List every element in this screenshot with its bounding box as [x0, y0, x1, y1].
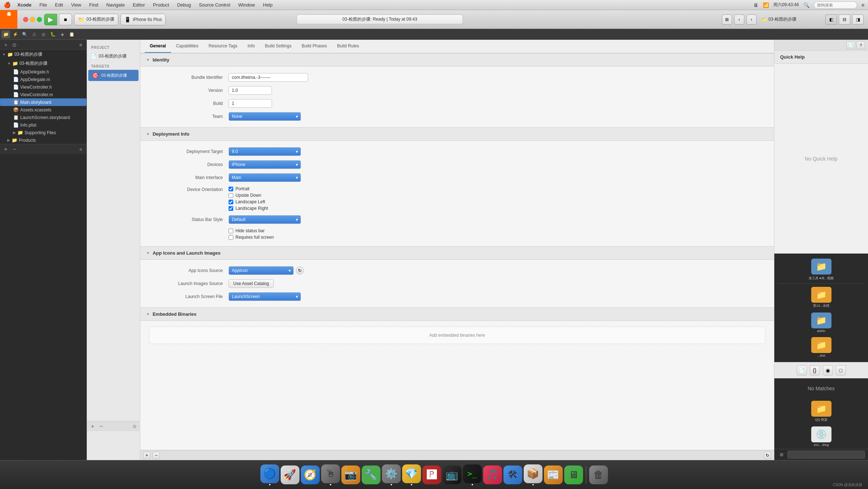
identity-section-header[interactable]: ▼ Identity: [140, 53, 774, 67]
dock-item-dev4[interactable]: 🖥: [564, 465, 583, 484]
dock-item-terminal[interactable]: >_: [463, 464, 482, 485]
nav-tab-test[interactable]: ◎: [39, 30, 48, 38]
debug-toggle[interactable]: ⊟: [839, 14, 850, 25]
landscape-left-checkbox-label[interactable]: Landscape Left: [229, 199, 268, 204]
minimize-button[interactable]: [30, 17, 35, 22]
forward-btn[interactable]: ›: [746, 14, 757, 25]
nav-tab-log[interactable]: 📋: [67, 30, 76, 38]
sidebar-filter-btn[interactable]: ≡: [77, 41, 84, 48]
sidebar-item-main-storyboard[interactable]: 📋 Main.storyboard: [0, 98, 86, 106]
requires-full-screen-label[interactable]: Requires full screen: [229, 235, 274, 240]
hide-status-bar-checkbox[interactable]: [229, 229, 233, 233]
tab-build-rules[interactable]: Build Rules: [332, 40, 364, 53]
sidebar-item-viewcontroller-m[interactable]: 📄 ViewController.m: [0, 91, 86, 98]
dock-item-mouse[interactable]: 🖱: [321, 464, 340, 485]
app-icons-dropdown[interactable]: AppIcon: [229, 266, 294, 275]
tab-info[interactable]: Info: [243, 40, 260, 53]
add-file-btn[interactable]: +: [2, 146, 9, 153]
inspector-bottom-file-icon[interactable]: 📄: [797, 365, 807, 375]
delete-target-btn[interactable]: −: [98, 423, 105, 430]
desktop-item-5[interactable]: 📁 QQ 框架: [774, 399, 868, 424]
dock-item-finder[interactable]: 🔵: [260, 464, 279, 485]
inspector-bottom-circle-icon[interactable]: ◉: [823, 365, 833, 375]
embedded-section-header[interactable]: ▼ Embedded Binaries: [140, 307, 774, 321]
sidebar-item-project-root[interactable]: ▼ 📁 03-检图的步骤: [0, 50, 86, 59]
dock-item-photo[interactable]: 📷: [341, 465, 360, 484]
requires-full-screen-checkbox[interactable]: [229, 235, 233, 240]
sidebar-item-viewcontroller-h[interactable]: 📄 ViewController.h: [0, 83, 86, 91]
desktop-item-xco[interactable]: 💿 xco....dmg: [774, 424, 868, 449]
inspector-list-view-btn[interactable]: ⊞: [777, 451, 786, 459]
nav-tab-find[interactable]: 🔍: [20, 30, 29, 38]
add-target-btn[interactable]: +: [89, 423, 96, 430]
dock-item-settings[interactable]: ⚙️: [382, 464, 401, 485]
device-selector[interactable]: 📱 iPhone 6s Plus: [120, 14, 166, 25]
project-target-item[interactable]: 📄 03-检图的步骤: [87, 51, 140, 61]
landscape-right-checkbox[interactable]: [229, 206, 233, 211]
close-button[interactable]: [23, 17, 28, 22]
desktop-item-1[interactable]: 📁 发工具 ●未...视频: [777, 256, 865, 284]
status-bar-dropdown[interactable]: Default: [229, 215, 301, 224]
sidebar-item-supporting-files[interactable]: ▶ 📁 Supporting Files: [0, 129, 86, 136]
deployment-section-header[interactable]: ▼ Deployment Info: [140, 127, 774, 141]
deployment-target-dropdown[interactable]: 9.0: [229, 147, 301, 156]
portrait-checkbox-label[interactable]: Portrait: [229, 186, 268, 191]
control-center-icon[interactable]: ≡: [861, 2, 864, 8]
inspector-toggle[interactable]: ◨: [852, 14, 864, 25]
tab-build-settings[interactable]: Build Settings: [260, 40, 297, 53]
desktop-item-4[interactable]: 📁 ...test: [777, 336, 865, 359]
spotlight-input[interactable]: [814, 1, 857, 9]
menu-window[interactable]: Window: [237, 1, 256, 8]
search-icon[interactable]: 🔍: [803, 2, 809, 8]
dock-item-safari[interactable]: 🧭: [301, 465, 320, 484]
menu-source-control[interactable]: Source Control: [197, 1, 232, 8]
upside-down-checkbox-label[interactable]: Upside Down: [229, 193, 268, 198]
target-item-selected[interactable]: 🎯 03-检图的步骤: [88, 70, 139, 81]
menu-editor[interactable]: Editor: [131, 1, 146, 8]
inspector-bottom-bracket-icon[interactable]: {}: [810, 365, 820, 375]
filter-target-btn[interactable]: ⊙: [131, 423, 138, 430]
tab-general[interactable]: General: [145, 40, 171, 53]
menu-view[interactable]: View: [69, 1, 82, 8]
sidebar-options-btn[interactable]: ⊙: [11, 41, 18, 48]
sidebar-item-appdelegate-h[interactable]: 📄 AppDelegate.h: [0, 68, 86, 76]
nav-tab-warn[interactable]: ⚠: [30, 30, 38, 38]
dock-item-tools[interactable]: 🔧: [362, 465, 380, 484]
sidebar-add-btn[interactable]: +: [2, 41, 9, 48]
dock-item-trash[interactable]: 🗑: [589, 465, 608, 484]
hide-status-bar-label[interactable]: Hide status bar: [229, 228, 274, 233]
version-input[interactable]: [229, 86, 272, 95]
menu-debug[interactable]: Debug: [176, 1, 192, 8]
desktop-item-2[interactable]: 📁 第13...业绩: [777, 285, 865, 310]
main-interface-dropdown[interactable]: Main: [229, 173, 301, 182]
app-icons-refresh-btn[interactable]: ↻: [296, 267, 304, 275]
launch-screen-dropdown[interactable]: LaunchScreen: [229, 292, 301, 301]
inspector-bottom-square-icon[interactable]: □: [836, 365, 846, 375]
build-input[interactable]: [229, 99, 272, 108]
nav-tab-source[interactable]: ⚡: [11, 30, 20, 38]
bottom-reload-btn[interactable]: ↻: [764, 452, 771, 459]
filter-file-btn[interactable]: ≡: [77, 146, 84, 153]
sidebar-item-launch-storyboard[interactable]: 📋 LaunchScreen.storyboard: [0, 114, 86, 121]
landscape-right-checkbox-label[interactable]: Landscape Right: [229, 206, 268, 211]
bundle-id-input[interactable]: [229, 73, 308, 82]
tab-resource-tags[interactable]: Resource Tags: [204, 40, 243, 53]
navigator-toggle[interactable]: ◧: [825, 14, 837, 25]
sidebar-item-products[interactable]: ▶ 📁 Products: [0, 136, 86, 144]
back-btn[interactable]: ‹: [734, 14, 744, 25]
menu-edit[interactable]: Edit: [54, 1, 64, 8]
tab-capabilities[interactable]: Capabilities: [171, 40, 204, 53]
dock-item-launchpad[interactable]: 🚀: [281, 465, 299, 484]
maximize-button[interactable]: [37, 17, 42, 22]
tab-build-phases[interactable]: Build Phases: [297, 40, 332, 53]
menu-product[interactable]: Product: [152, 1, 171, 8]
inspector-search-input[interactable]: [787, 451, 865, 459]
portrait-checkbox[interactable]: [229, 187, 233, 191]
landscape-left-checkbox[interactable]: [229, 200, 233, 204]
menu-help[interactable]: Help: [261, 1, 274, 8]
menu-navigate[interactable]: Navigate: [105, 1, 126, 8]
nav-tab-breakpoint[interactable]: ◈: [58, 30, 67, 38]
apple-logo-icon[interactable]: 🍎: [4, 1, 11, 8]
use-asset-catalog-btn[interactable]: Use Asset Catalog: [229, 279, 274, 288]
dock-item-parallels[interactable]: 🅿: [422, 465, 441, 484]
